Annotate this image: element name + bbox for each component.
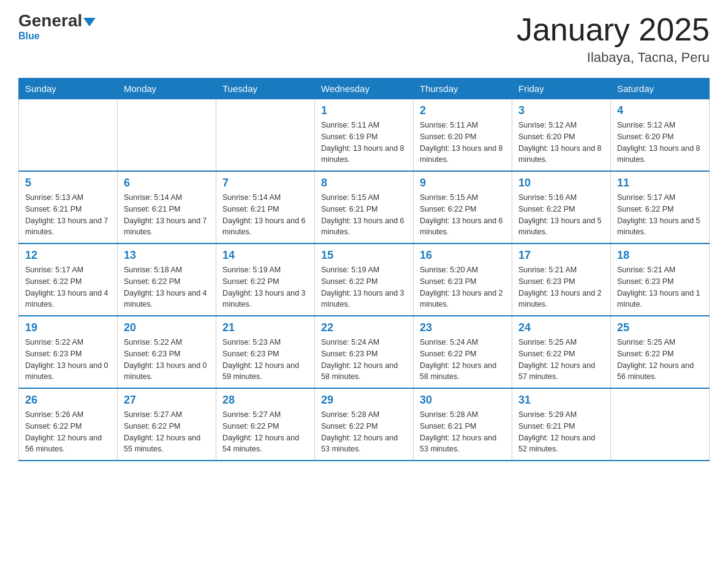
day-number: 15 [321,249,407,262]
day-info: Sunrise: 5:28 AM Sunset: 6:22 PM Dayligh… [321,409,407,455]
page-header: General Blue January 2025 Ilabaya, Tacna… [18,12,710,66]
calendar-body: 1Sunrise: 5:11 AM Sunset: 6:19 PM Daylig… [19,99,710,461]
day-number: 22 [321,321,407,334]
day-info: Sunrise: 5:19 AM Sunset: 6:22 PM Dayligh… [321,264,407,310]
day-number: 11 [617,177,703,190]
logo-text: General [18,12,96,29]
day-cell [118,99,216,172]
day-cell: 14Sunrise: 5:19 AM Sunset: 6:22 PM Dayli… [216,243,315,316]
header-cell-sunday: Sunday [19,79,118,99]
day-cell: 25Sunrise: 5:25 AM Sunset: 6:22 PM Dayli… [611,316,710,388]
day-info: Sunrise: 5:26 AM Sunset: 6:22 PM Dayligh… [25,409,111,455]
day-info: Sunrise: 5:17 AM Sunset: 6:22 PM Dayligh… [617,192,703,238]
day-info: Sunrise: 5:20 AM Sunset: 6:23 PM Dayligh… [420,264,506,310]
header-cell-monday: Monday [118,79,216,99]
week-row-5: 26Sunrise: 5:26 AM Sunset: 6:22 PM Dayli… [19,388,710,461]
day-cell [216,99,315,172]
day-cell: 21Sunrise: 5:23 AM Sunset: 6:23 PM Dayli… [216,316,315,388]
day-info: Sunrise: 5:24 AM Sunset: 6:22 PM Dayligh… [420,337,506,383]
day-number: 13 [124,249,210,262]
header-cell-wednesday: Wednesday [315,79,414,99]
day-cell: 16Sunrise: 5:20 AM Sunset: 6:23 PM Dayli… [414,243,512,316]
day-info: Sunrise: 5:16 AM Sunset: 6:22 PM Dayligh… [518,192,604,238]
day-cell: 13Sunrise: 5:18 AM Sunset: 6:22 PM Dayli… [118,243,216,316]
day-cell: 17Sunrise: 5:21 AM Sunset: 6:23 PM Dayli… [512,243,611,316]
day-info: Sunrise: 5:15 AM Sunset: 6:21 PM Dayligh… [321,192,407,238]
day-cell: 10Sunrise: 5:16 AM Sunset: 6:22 PM Dayli… [512,171,611,243]
day-cell: 4Sunrise: 5:12 AM Sunset: 6:20 PM Daylig… [611,99,710,172]
day-info: Sunrise: 5:22 AM Sunset: 6:23 PM Dayligh… [124,337,210,383]
calendar-title: January 2025 [517,12,710,47]
day-number: 23 [420,321,506,334]
day-number: 6 [124,177,210,190]
day-info: Sunrise: 5:13 AM Sunset: 6:21 PM Dayligh… [25,192,111,238]
day-number: 21 [222,321,308,334]
day-cell: 7Sunrise: 5:14 AM Sunset: 6:21 PM Daylig… [216,171,315,243]
day-number: 3 [518,104,604,117]
day-cell: 31Sunrise: 5:29 AM Sunset: 6:21 PM Dayli… [512,388,611,461]
day-cell: 27Sunrise: 5:27 AM Sunset: 6:22 PM Dayli… [118,388,216,461]
day-info: Sunrise: 5:28 AM Sunset: 6:21 PM Dayligh… [420,409,506,455]
calendar-header: SundayMondayTuesdayWednesdayThursdayFrid… [19,79,710,99]
day-info: Sunrise: 5:25 AM Sunset: 6:22 PM Dayligh… [617,337,703,383]
day-info: Sunrise: 5:11 AM Sunset: 6:19 PM Dayligh… [321,120,407,166]
day-info: Sunrise: 5:27 AM Sunset: 6:22 PM Dayligh… [222,409,308,455]
day-number: 9 [420,177,506,190]
header-row: SundayMondayTuesdayWednesdayThursdayFrid… [19,79,710,99]
day-number: 19 [25,321,111,334]
week-row-1: 1Sunrise: 5:11 AM Sunset: 6:19 PM Daylig… [19,99,710,172]
day-info: Sunrise: 5:29 AM Sunset: 6:21 PM Dayligh… [518,409,604,455]
day-cell: 2Sunrise: 5:11 AM Sunset: 6:20 PM Daylig… [414,99,512,172]
logo: General Blue [18,12,96,42]
day-cell: 30Sunrise: 5:28 AM Sunset: 6:21 PM Dayli… [414,388,512,461]
day-cell: 12Sunrise: 5:17 AM Sunset: 6:22 PM Dayli… [19,243,118,316]
day-cell: 11Sunrise: 5:17 AM Sunset: 6:22 PM Dayli… [611,171,710,243]
day-number: 7 [222,177,308,190]
day-cell: 18Sunrise: 5:21 AM Sunset: 6:23 PM Dayli… [611,243,710,316]
day-number: 5 [25,177,111,190]
day-info: Sunrise: 5:27 AM Sunset: 6:22 PM Dayligh… [124,409,210,455]
day-info: Sunrise: 5:24 AM Sunset: 6:23 PM Dayligh… [321,337,407,383]
day-number: 28 [222,394,308,407]
day-number: 30 [420,394,506,407]
day-cell [611,388,710,461]
day-cell: 22Sunrise: 5:24 AM Sunset: 6:23 PM Dayli… [315,316,414,388]
day-number: 29 [321,394,407,407]
day-info: Sunrise: 5:23 AM Sunset: 6:23 PM Dayligh… [222,337,308,383]
day-info: Sunrise: 5:14 AM Sunset: 6:21 PM Dayligh… [222,192,308,238]
day-cell: 5Sunrise: 5:13 AM Sunset: 6:21 PM Daylig… [19,171,118,243]
day-number: 25 [617,321,703,334]
day-number: 31 [518,394,604,407]
day-number: 20 [124,321,210,334]
day-cell: 23Sunrise: 5:24 AM Sunset: 6:22 PM Dayli… [414,316,512,388]
day-number: 27 [124,394,210,407]
day-info: Sunrise: 5:12 AM Sunset: 6:20 PM Dayligh… [518,120,604,166]
day-info: Sunrise: 5:15 AM Sunset: 6:22 PM Dayligh… [420,192,506,238]
calendar-table: SundayMondayTuesdayWednesdayThursdayFrid… [18,78,710,461]
calendar-subtitle: Ilabaya, Tacna, Peru [517,50,710,66]
day-number: 16 [420,249,506,262]
day-number: 2 [420,104,506,117]
day-cell: 26Sunrise: 5:26 AM Sunset: 6:22 PM Dayli… [19,388,118,461]
day-number: 24 [518,321,604,334]
day-info: Sunrise: 5:25 AM Sunset: 6:22 PM Dayligh… [518,337,604,383]
day-info: Sunrise: 5:18 AM Sunset: 6:22 PM Dayligh… [124,264,210,310]
day-cell: 19Sunrise: 5:22 AM Sunset: 6:23 PM Dayli… [19,316,118,388]
day-info: Sunrise: 5:11 AM Sunset: 6:20 PM Dayligh… [420,120,506,166]
logo-general: General [18,11,82,30]
day-info: Sunrise: 5:22 AM Sunset: 6:23 PM Dayligh… [25,337,111,383]
week-row-3: 12Sunrise: 5:17 AM Sunset: 6:22 PM Dayli… [19,243,710,316]
day-info: Sunrise: 5:12 AM Sunset: 6:20 PM Dayligh… [617,120,703,166]
day-number: 8 [321,177,407,190]
logo-blue: Blue [18,31,40,42]
day-number: 26 [25,394,111,407]
day-number: 17 [518,249,604,262]
day-cell: 20Sunrise: 5:22 AM Sunset: 6:23 PM Dayli… [118,316,216,388]
header-cell-tuesday: Tuesday [216,79,315,99]
day-info: Sunrise: 5:19 AM Sunset: 6:22 PM Dayligh… [222,264,308,310]
day-info: Sunrise: 5:21 AM Sunset: 6:23 PM Dayligh… [617,264,703,310]
day-number: 18 [617,249,703,262]
day-number: 4 [617,104,703,117]
day-cell: 8Sunrise: 5:15 AM Sunset: 6:21 PM Daylig… [315,171,414,243]
day-cell: 9Sunrise: 5:15 AM Sunset: 6:22 PM Daylig… [414,171,512,243]
